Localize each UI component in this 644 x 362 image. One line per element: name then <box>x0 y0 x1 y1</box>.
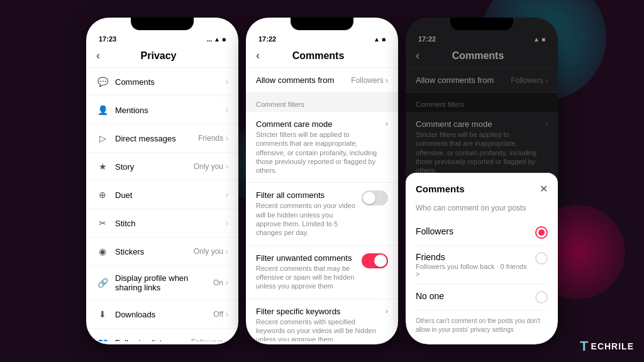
list-item-value: On <box>213 278 223 287</box>
privacy-list-item[interactable]: ⊕ Duet › <box>86 181 238 209</box>
toggle-filter-all-comments[interactable] <box>362 190 388 206</box>
phone-comments-light: 17:22 ▲ ■ ‹ Comments Allow comments from… <box>246 18 398 344</box>
modal-overlay[interactable]: Comments ✕ Who can comment on your posts… <box>406 18 558 344</box>
list-item-chevron: › <box>226 134 228 143</box>
allow-comments-label: Allow comments from <box>256 75 334 85</box>
privacy-list: 💬 Comments › 👤 Mentions › ▷ Direct messa… <box>86 68 238 341</box>
modal-option[interactable]: Followers <box>416 220 548 246</box>
status-icons-1: ... ▲ ■ <box>207 36 226 43</box>
nav-bar-1: ‹ Privacy <box>86 45 238 68</box>
list-item-label: Mentions <box>115 106 226 115</box>
list-item-icon: ★ <box>96 160 109 173</box>
list-item-chevron: › <box>226 278 228 287</box>
list-item-value: Only you <box>194 247 223 256</box>
setting-desc: Recent comments on your video will be hi… <box>256 201 357 237</box>
list-item-icon: ⊕ <box>96 189 109 201</box>
modal-option-content: Followers <box>416 226 530 236</box>
setting-row[interactable]: Filter unwanted comments Recent comments… <box>246 246 398 299</box>
privacy-list-item[interactable]: ⬇ Downloads Off › <box>86 300 238 329</box>
privacy-list-item[interactable]: 👥 Following list Followers › <box>86 329 238 341</box>
allow-comments-row[interactable]: Allow comments from Followers › <box>246 68 398 93</box>
radio-button[interactable] <box>535 226 548 239</box>
page-title-1: Privacy <box>105 50 212 62</box>
list-item-label: Direct messages <box>115 134 198 143</box>
list-item-chevron: › <box>226 106 228 114</box>
setting-title: Filter specific keywords <box>256 307 380 316</box>
list-item-icon: ⬇ <box>96 308 109 321</box>
watermark-text: ECHRILE <box>591 341 634 351</box>
list-item-icon: ◉ <box>96 245 109 258</box>
setting-row[interactable]: Comment care mode Stricter filters will … <box>246 112 398 183</box>
privacy-list-item[interactable]: ✂ Stitch › <box>86 209 238 238</box>
list-item-icon: 👤 <box>96 104 109 116</box>
setting-title: Comment care mode <box>256 119 380 129</box>
setting-title: Filter all comments <box>256 190 357 200</box>
modal-footer: Others can't comment on the posts you do… <box>416 317 548 334</box>
phones-container: 17:23 ... ▲ ■ ‹ Privacy 💬 Comments › 👤 M… <box>0 0 644 362</box>
privacy-list-item[interactable]: 👤 Mentions › <box>86 96 238 124</box>
list-item-chevron: › <box>226 162 228 171</box>
list-item-label: Story <box>115 162 194 172</box>
list-item-label: Comments <box>115 77 226 87</box>
list-item-label: Duet <box>115 190 226 200</box>
modal-option[interactable]: No one <box>416 285 548 310</box>
setting-row[interactable]: Filter specific keywords Recent comments… <box>246 299 398 341</box>
modal-option-label: No one <box>416 291 530 301</box>
setting-desc: Recent comments with specified keywords … <box>256 317 380 341</box>
list-item-label: Following list <box>115 338 191 342</box>
list-item-label: Display profile when sharing links <box>115 273 213 292</box>
list-item-icon: 🔗 <box>96 277 109 289</box>
phone-privacy: 17:23 ... ▲ ■ ‹ Privacy 💬 Comments › 👤 M… <box>86 18 238 344</box>
modal-close-button[interactable]: ✕ <box>540 183 548 195</box>
time-2: 17:22 <box>258 35 276 43</box>
privacy-list-item[interactable]: ◉ Stickers Only you › <box>86 238 238 266</box>
watermark: T ECHRILE <box>580 338 634 354</box>
status-bar-1: 17:23 ... ▲ ■ <box>86 30 238 45</box>
list-item-icon: ▷ <box>96 132 109 145</box>
list-item-chevron: › <box>226 247 228 256</box>
modal-option-content: Friends Followers you follow back · 0 fr… <box>416 252 530 278</box>
privacy-list-item[interactable]: ★ Story Only you › <box>86 153 238 181</box>
privacy-list-item[interactable]: 🔗 Display profile when sharing links On … <box>86 266 238 300</box>
list-item-chevron: › <box>226 338 228 341</box>
list-item-value: Friends <box>198 134 223 143</box>
modal-option-desc: Followers you follow back · 0 friends > <box>416 263 530 278</box>
list-item-chevron: › <box>226 219 228 228</box>
phone-comments-dark: 17:22 ▲ ■ ‹ Comments Allow comments from… <box>406 18 558 344</box>
status-bar-2: 17:22 ▲ ■ <box>246 30 398 45</box>
privacy-list-item[interactable]: ▷ Direct messages Friends › <box>86 124 238 153</box>
setting-chevron: › <box>386 119 388 128</box>
time-1: 17:23 <box>99 35 116 43</box>
modal-options: Followers Friends Followers you follow b… <box>416 220 548 310</box>
modal-option[interactable]: Friends Followers you follow back · 0 fr… <box>416 246 548 285</box>
list-item-chevron: › <box>226 310 228 319</box>
nav-bar-2: ‹ Comments <box>246 45 398 68</box>
list-item-icon: 💬 <box>96 75 109 88</box>
setting-row[interactable]: Filter all comments Recent comments on y… <box>246 183 398 245</box>
back-button-1[interactable]: ‹ <box>96 49 100 62</box>
notch <box>131 18 194 30</box>
setting-desc: Stricter filters will be applied to comm… <box>256 130 380 175</box>
watermark-t-icon: T <box>580 338 588 354</box>
list-item-label: Downloads <box>115 310 213 319</box>
list-item-icon: ✂ <box>96 217 109 229</box>
list-item-chevron: › <box>226 190 228 199</box>
list-item-label: Stitch <box>115 219 226 228</box>
notch-2 <box>291 18 353 30</box>
list-item-chevron: › <box>226 77 228 86</box>
list-item-value: Only you <box>194 162 223 171</box>
modal-option-content: No one <box>416 291 530 301</box>
list-item-value: Followers <box>191 338 223 341</box>
back-button-2[interactable]: ‹ <box>256 49 260 62</box>
list-item-value: Off <box>213 310 223 319</box>
toggle-filter-unwanted-comments[interactable] <box>362 253 388 268</box>
setting-title: Filter unwanted comments <box>256 253 357 263</box>
radio-button[interactable] <box>535 252 548 265</box>
radio-button[interactable] <box>535 291 548 304</box>
modal-title: Comments <box>416 184 465 194</box>
modal-subtitle: Who can comment on your posts <box>416 204 548 212</box>
list-item-icon: 👥 <box>96 336 109 341</box>
privacy-list-item[interactable]: 💬 Comments › <box>86 68 238 96</box>
page-title-2: Comments <box>265 50 372 62</box>
modal-option-label: Followers <box>416 226 530 236</box>
